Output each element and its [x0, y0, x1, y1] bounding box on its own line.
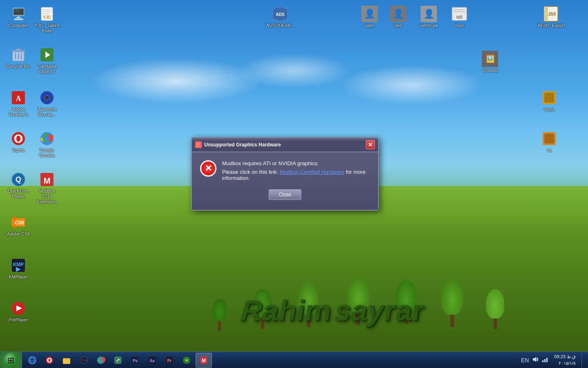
desktop-icon-ae[interactable]: ae — [535, 129, 564, 155]
show-desktop-button[interactable] — [581, 353, 585, 368]
kmplayer-label: KMPlayer — [9, 274, 28, 280]
taskbar-icon-green-tool[interactable] — [178, 353, 195, 368]
taskbar-time: 09:23 ق.ظ — [554, 354, 576, 360]
dialog-message-row: ✕ Mudbox requires ATI or NVIDIA graphics… — [200, 160, 370, 181]
svg-rect-2 — [42, 11, 51, 12]
svg-rect-43 — [544, 7, 548, 21]
ae3d-export-icon: JSX — [543, 6, 559, 22]
taskbar-icon-photoshop[interactable]: Ps — [127, 353, 143, 368]
network-icon[interactable] — [542, 356, 548, 364]
taskbar-icon-file-explorer[interactable] — [58, 353, 75, 368]
ae-label: ae — [547, 148, 552, 153]
maya-label: maya — [544, 107, 555, 112]
desktop-icon-quicktime[interactable]: Q QuickTimePlayer — [4, 170, 33, 201]
aiseesoft-icon — [39, 90, 55, 106]
quicktime-label: QuickTimePlayer — [8, 188, 29, 199]
opera-icon — [10, 130, 27, 147]
svg-rect-46 — [544, 93, 554, 103]
taskbar-right: EN 09:23 ق.ظ ۲۰۱۵/۱/۸ — [518, 353, 588, 368]
google-chrome-icon — [39, 130, 55, 147]
close-button[interactable]: Close — [269, 189, 301, 200]
dialog-line2-prefix: Please click on this link: — [222, 169, 280, 175]
desktop-icon-adobe-cs6[interactable]: CS6 Adobe CS6 — [4, 213, 33, 238]
desktop-icon-camtasia[interactable]: CamtasiaStudio 7 — [33, 45, 61, 76]
ground-text-sayrar: sayrar — [333, 294, 425, 328]
ae3d-export-label: AE3D_Export — [538, 23, 565, 28]
adobe-cs6-label: Adobe CS6 — [7, 231, 30, 237]
autodesk-label: AUTODESK... — [266, 23, 294, 34]
taskbar-date: ۲۰۱۵/۱/۸ — [559, 360, 576, 366]
maya-icon — [541, 90, 557, 106]
svg-rect-7 — [16, 49, 21, 51]
dialog-title-icon: ! — [195, 141, 202, 148]
side-icon: 👤 — [361, 6, 378, 22]
desktop-icon-adobe-reader[interactable]: A AdobeReader 8 — [4, 88, 33, 119]
svg-text:A: A — [16, 94, 21, 103]
desktop-icon-google-chrome[interactable]: GoogleChrome — [33, 129, 61, 160]
taskbar-icon-opera[interactable] — [41, 353, 58, 368]
taskbar-icon-unknown[interactable] — [110, 353, 126, 368]
desktop-icon-potplayer[interactable]: PotPlayer — [4, 298, 33, 324]
rahim-sa-label: rahim.sa — [420, 23, 437, 28]
kmplayer-icon: KMP — [10, 257, 27, 274]
yjc-label: YJC - TabireKhab — [35, 23, 59, 34]
ground-text-rahim: Rahim — [239, 294, 332, 328]
tree-6 — [441, 279, 463, 327]
desktop-icon-mudbox[interactable]: M Mudbox 2014Extension — [33, 170, 61, 206]
start-button[interactable]: ⊞ — [0, 352, 22, 368]
desktop-icon-yjc[interactable]: YJC YJC - TabireKhab — [33, 4, 61, 35]
desktop-icon-recycle-bin[interactable]: Recycle Bin — [4, 45, 33, 71]
svg-text:Pr: Pr — [167, 359, 172, 363]
potplayer-icon — [10, 300, 27, 316]
desktop-icon-side[interactable]: 👤 side — [355, 4, 384, 30]
taskbar-icon-ie[interactable] — [24, 353, 40, 368]
side-label: side — [365, 23, 374, 28]
svg-rect-3 — [42, 13, 49, 14]
svg-marker-73 — [533, 357, 536, 362]
desktop-icon-untitled[interactable]: 🖼️ Untitled — [476, 49, 504, 75]
desktop-icon-ae3d-export[interactable]: JSX AE3D_Export — [535, 4, 568, 30]
pos-label: pos — [394, 23, 402, 28]
adobe-reader-icon: A — [10, 90, 27, 106]
taskbar-icon-mudbox[interactable]: M — [196, 353, 212, 368]
yjc-icon: YJC — [39, 6, 55, 22]
svg-text:M: M — [44, 176, 51, 185]
svg-text:Ps: Ps — [133, 359, 138, 363]
dialog-close-button[interactable]: ✕ — [366, 140, 375, 149]
start-orb-icon: ⊞ — [4, 353, 18, 368]
taskbar-icon-premiere[interactable]: Pr — [161, 353, 178, 368]
pos-icon: 👤 — [390, 6, 406, 22]
svg-rect-48 — [544, 134, 554, 144]
svg-point-17 — [46, 97, 48, 99]
desktop-icon-moo[interactable]: MB moo — [445, 4, 474, 30]
svg-rect-75 — [544, 359, 546, 362]
svg-text:ADS: ADS — [276, 12, 284, 17]
desktop-icon-rahim-sa[interactable]: 👤 rahim.sa — [414, 4, 443, 30]
taskbar-clock[interactable]: 09:23 ق.ظ ۲۰۱۵/۱/۸ — [552, 354, 578, 366]
desktop-icon-autodesk[interactable]: ADS AUTODESK... — [265, 4, 295, 35]
svg-text:Q: Q — [16, 175, 21, 184]
desktop-icon-computer[interactable]: 🖥️ Computer — [4, 4, 33, 30]
dialog-box: ! Unsupported Graphics Hardware ✕ ✕ Mudb… — [191, 137, 379, 211]
potplayer-label: PotPlayer — [9, 317, 28, 323]
taskbar-icon-aftereffects[interactable]: Ae — [144, 353, 160, 368]
language-indicator[interactable]: EN — [521, 357, 529, 364]
desktop-icon-aiseesoft[interactable]: AiseesoftBlu-ray... — [33, 88, 61, 119]
dialog-link[interactable]: Mudbox Certified Hardware — [280, 169, 344, 175]
svg-text:MB: MB — [457, 15, 463, 20]
error-icon: ✕ — [200, 160, 216, 177]
volume-icon[interactable] — [532, 356, 539, 364]
dialog-text-block: Mudbox requires ATI or NVIDIA graphics. … — [222, 160, 370, 181]
taskbar-icon-chrome[interactable] — [93, 353, 109, 368]
desktop: Rahim sayrar 🖥️ Computer YJC YJC - Tabir… — [0, 0, 588, 368]
desktop-icon-maya[interactable]: maya — [535, 88, 564, 114]
taskbar-programs: Ps Ae Pr — [22, 352, 214, 368]
autodesk-icon: ADS — [272, 6, 288, 22]
desktop-icon-pos[interactable]: 👤 pos — [384, 4, 412, 30]
taskbar-icon-media-player[interactable] — [76, 353, 92, 368]
untitled-icon: 🖼️ — [482, 51, 498, 67]
desktop-icon-kmplayer[interactable]: KMP KMPlayer — [4, 256, 33, 281]
dialog-line2: Please click on this link: Mudbox Certif… — [222, 169, 370, 181]
svg-rect-1 — [42, 9, 51, 10]
desktop-icon-opera[interactable]: Opera — [4, 129, 33, 155]
